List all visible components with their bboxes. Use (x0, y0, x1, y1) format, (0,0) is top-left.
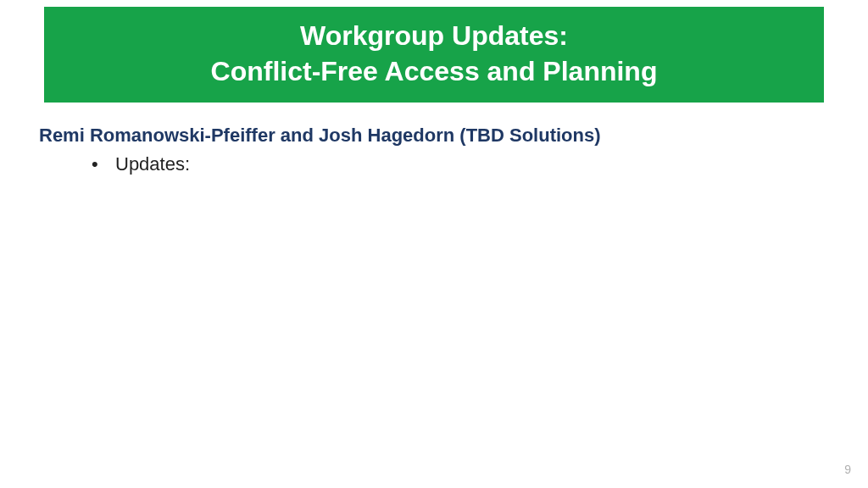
slide-content: Remi Romanowski-Pfeiffer and Josh Hagedo… (0, 103, 868, 175)
bullet-list: Updates: (39, 153, 829, 175)
list-item: Updates: (92, 153, 829, 175)
page-number: 9 (844, 463, 851, 476)
presenters-subheading: Remi Romanowski-Pfeiffer and Josh Hagedo… (39, 125, 829, 147)
title-line-2: Conflict-Free Access and Planning (61, 54, 807, 90)
slide-title-bar: Workgroup Updates: Conflict-Free Access … (44, 7, 824, 103)
title-line-1: Workgroup Updates: (61, 19, 807, 54)
